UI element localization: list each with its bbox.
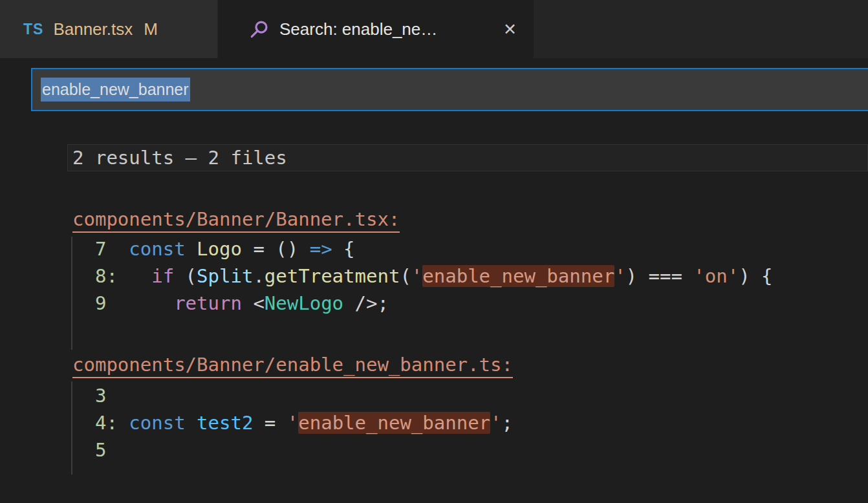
code-token: [72, 439, 95, 461]
line-number: 9: [95, 292, 106, 314]
code-token: ': [287, 412, 298, 434]
line-number: 3: [95, 385, 106, 407]
code-token: (: [400, 265, 411, 287]
code-token: ) ===: [626, 265, 694, 287]
code-token: const: [129, 412, 185, 434]
search-query-input[interactable]: enable_new_banner: [31, 68, 868, 111]
code-token: ': [614, 265, 625, 287]
result-line[interactable]: 7 const Logo = () => {: [72, 235, 773, 262]
result-line[interactable]: 5: [72, 436, 513, 464]
results-summary[interactable]: 2 results — 2 files: [67, 144, 868, 171]
selected-query-text: enable_new_banner: [41, 78, 190, 102]
result-line[interactable]: 9 return <NewLogo />;: [72, 290, 773, 317]
line-number: 7: [95, 238, 106, 260]
code-token: ': [411, 265, 422, 287]
line-number: 4:: [95, 412, 118, 434]
code-token: [72, 292, 95, 314]
code-token: if: [151, 265, 174, 287]
code-token: ) {: [739, 265, 772, 287]
code-token: const: [129, 238, 185, 260]
line-number: 8:: [95, 265, 118, 287]
code-token: [72, 412, 95, 434]
tab-bar: TS Banner.tsx M Search: enable_ne… ✕: [0, 0, 868, 58]
result-line[interactable]: 4: const test2 = 'enable_new_banner';: [72, 409, 513, 436]
result-line[interactable]: 3: [72, 382, 513, 409]
code-token: =: [253, 412, 287, 434]
result-line[interactable]: 8: if (Split.getTreatment('enable_new_ba…: [72, 262, 773, 290]
code-token: [186, 412, 197, 434]
tab-search-editor[interactable]: Search: enable_ne… ✕: [218, 0, 534, 58]
code-token: [186, 238, 197, 260]
code-token: test2: [197, 412, 253, 434]
code-token: [72, 238, 95, 260]
git-modified-badge: M: [144, 19, 158, 39]
code-token: = (): [242, 238, 310, 260]
code-token: />;: [343, 292, 389, 314]
code-token: <: [242, 292, 265, 314]
code-token: return: [174, 292, 242, 314]
typescript-file-icon: TS: [23, 21, 43, 38]
code-token: Logo: [197, 238, 242, 260]
code-token: ': [490, 412, 501, 434]
code-token: getTreatment: [265, 265, 400, 287]
code-block: 3 4: const test2 = 'enable_new_banner'; …: [72, 382, 513, 464]
code-token: [72, 385, 95, 407]
tab-label: Search: enable_ne…: [279, 19, 437, 39]
close-icon[interactable]: ✕: [503, 0, 517, 58]
code-token: .: [253, 265, 264, 287]
file-heading[interactable]: components/Banner/enable_new_banner.ts:: [72, 355, 513, 378]
code-token: [106, 292, 174, 314]
tab-label: Banner.tsx: [53, 19, 133, 39]
code-token: [106, 238, 129, 260]
code-token: Split: [197, 265, 253, 287]
code-token: =>: [310, 238, 332, 260]
code-token: 'on': [693, 265, 739, 287]
code-token: ;: [502, 412, 513, 434]
line-number: 5: [95, 439, 106, 461]
code-token: NewLogo: [265, 292, 343, 314]
code-token: [118, 265, 151, 287]
code-token: (: [174, 265, 197, 287]
search-match-highlight: enable_new_banner: [298, 412, 490, 434]
code-token: [118, 412, 129, 434]
results-summary-text: 2 results — 2 files: [72, 147, 287, 169]
tab-banner-tsx[interactable]: TS Banner.tsx M: [0, 0, 218, 58]
search-match-highlight: enable_new_banner: [422, 265, 614, 287]
file-heading[interactable]: components/Banner/Banner.tsx:: [72, 209, 400, 233]
code-block: 7 const Logo = () => { 8: if (Split.getT…: [72, 235, 773, 317]
code-token: [72, 265, 95, 287]
code-token: {: [332, 238, 355, 260]
search-icon: [249, 19, 270, 39]
